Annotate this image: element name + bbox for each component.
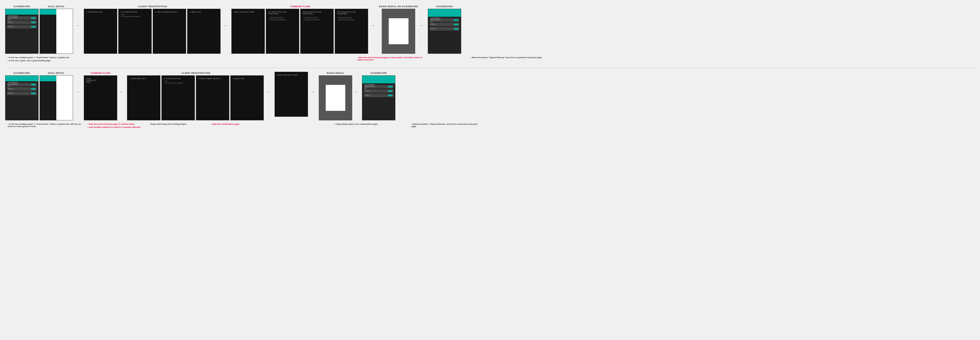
notes2-r1 <box>95 56 152 62</box>
goal2btn-final-r2[interactable] <box>388 90 393 92</box>
label-dashboard-r2: DASHBOARD <box>14 72 30 74</box>
dash-item-goal2-r1: GOAL 2 <box>7 21 37 24</box>
dash-content-final-r2: RETIREMENTINVESTMENTIRA GOAL 2 GOAL 3 <box>362 83 395 99</box>
goal2-text-r1: GOAL 2 <box>8 21 13 23</box>
note2-r2-1: • Add new Goal Checkout page to confirm … <box>88 123 144 125</box>
goal3btn-final-r2[interactable] <box>388 95 393 96</box>
goal2txt-final-r2: GOAL 2 <box>365 90 370 92</box>
row-2: DASHBOARD RETIREMENTINVESTMENTIRA GOAL 2 <box>5 72 975 120</box>
goal3-final-r1: GOAL 3 <box>430 27 460 30</box>
label-goaldetail-r1: GOAL DETAIL <box>48 5 65 8</box>
goal3txt-final-r1: GOAL 3 <box>431 28 436 30</box>
screen-checkout-r1: GOAL CHECKOUT PAGE <box>231 9 265 54</box>
notes2-r2: • Add new Goal Checkout page to confirm … <box>88 123 144 129</box>
notes3-r1: • Add new Goal Checkout page to select g… <box>357 56 424 62</box>
dash-content-r1: RETIREMENTINVESTMENTIRA GOAL 2 GOAL 3 <box>5 15 38 31</box>
note6-r2: • Make all buttons "Deposit Money" and l… <box>411 123 481 128</box>
note1-r2: • If she has multiple goals: 1 "Fund Goa… <box>8 123 82 128</box>
flow-item-dashboard-r1: DASHBOARD RETIREMENTINVESTMENTIRA GOAL 2 <box>5 5 38 54</box>
personalinfo-label-r2: 1. PERSONAL INFO <box>129 78 158 80</box>
group5-row2: ESIGN MODAL → <box>319 72 360 120</box>
label-dashfinal-r1: DASHBOARD <box>436 5 453 8</box>
flow-item-banklink-r2: 4. BANK LINK <box>230 75 264 120</box>
note1-r1-2: • If she has 1 goal, only 1 goal funding… <box>8 59 85 62</box>
goal3-text-r1: GOAL 3 <box>8 26 13 27</box>
row1-notes: • If she has multiple goals: 1 "Fund Goa… <box>5 56 975 62</box>
arrow2-r2: → <box>119 72 123 94</box>
goal2fund-label: 2ND SELECTED GOALFUND PAGE <box>302 11 331 15</box>
screen-dashfinal-r1: RETIREMENTINVESTMENTIRA GOAL 2 GOAL 3 <box>428 9 461 54</box>
screen-esign-r2 <box>319 75 352 120</box>
flow-item-checkout2-r2: GOAL CHECKOUT PAGE <box>275 72 308 117</box>
screen-goaldetail-r1 <box>40 9 73 54</box>
arrow4-r1: → <box>420 5 424 28</box>
label-fundingflow-r1: FUNDING FLOW <box>291 5 310 8</box>
notes1-r1: • If she has multiple goals: 1 "Fund Goa… <box>8 56 85 62</box>
goal5fund-label: 5TH SELECTED GOALFUND PAGE <box>337 11 366 15</box>
goal2txt-final-r1: GOAL 2 <box>431 23 436 25</box>
goal3-btnfinal-r1[interactable] <box>454 28 458 30</box>
goal1-btnfinal-r1[interactable] <box>454 19 458 21</box>
arrow1-r1: → <box>76 5 80 28</box>
note1-r1-1: • If she has multiple goals: 1 "Fund Goa… <box>8 56 85 59</box>
group2-row2: FUNDING FLOW GOALCHECKOUTPAGE → <box>84 72 124 120</box>
label-clientreg-r1: CLIENT REGISTRATION <box>138 5 167 8</box>
goal3btn-r2[interactable] <box>31 93 36 94</box>
dash-header-r2 <box>5 76 38 81</box>
screen-idverif-r2: 2. ID VERIFICATION - SSN - BECOMES FOLIO… <box>161 75 195 120</box>
personalinfo-label: 1. PERSONAL INFO <box>86 11 115 13</box>
group4-row1: ESIGN MODAL ON DASHBOARD → <box>379 5 425 54</box>
split-left-r2 <box>40 76 56 120</box>
screen-idverif-r1: 2. ID VERIFICATION - SSN - BECOMES FOLIO… <box>118 9 152 54</box>
goal1-final-r2: RETIREMENTINVESTMENTIRA <box>364 85 394 88</box>
note4-r2: • Add final confirmation page <box>211 123 257 125</box>
row-1: DASHBOARD RETIREMENTINVESTMENTIRA GOAL 2 <box>5 5 975 54</box>
group6-row2: DASHBOARD RETIREMENTINVESTMENTIRA GOAL 2 <box>362 72 395 120</box>
notes4-r1: • Make all buttons "Deposit Money" and l… <box>471 56 547 62</box>
goal1fund-sub2: - SCHEDULE TRANSFERS <box>268 19 297 21</box>
screen-goaldetail-r2 <box>40 75 73 120</box>
goal2-btn-r1[interactable] <box>31 22 36 23</box>
group3-row1: FUNDING FLOW GOAL CHECKOUT PAGE 1ST SELE… <box>231 5 376 54</box>
goal2fund-sub2: - SCHEDULE TRANSFERS <box>302 19 331 21</box>
goal1-btn-r1[interactable] <box>31 17 36 19</box>
goal3-btn-r1[interactable] <box>31 26 36 27</box>
label-dashboard-r1: DASHBOARD <box>14 5 30 8</box>
notes4-r2: • Add final confirmation page <box>211 123 257 129</box>
main-container: DASHBOARD RETIREMENTINVESTMENTIRA GOAL 2 <box>0 0 980 134</box>
flow-item-employment-r1: 3. EMPLOYMENT DETAILS <box>153 9 186 54</box>
dash-header-final-r2 <box>362 76 395 83</box>
goal1btn-final-r2[interactable] <box>388 86 393 88</box>
dash-content-final-r1: RETIREMENTINVESTMENTIRA GOAL 2 GOAL 3 <box>428 17 461 33</box>
flow-item-goaldetail-r1: GOAL DETAIL <box>40 5 73 54</box>
flow-item-dashboard-r2: DASHBOARD RETIREMENTINVESTMENTIRA GOAL 2 <box>5 72 38 120</box>
flow-item-goaldetail-r2: GOAL DETAIL <box>40 72 73 120</box>
screen-goal1fund-r1: 1ST SELECTED GOALFUND PAGE - CONFIRM DEP… <box>266 9 299 54</box>
split-goaldetail <box>40 9 73 54</box>
goal2btn-r2[interactable] <box>31 88 36 90</box>
label-esign-r1: ESIGN MODAL ON DASHBOARD <box>379 5 418 8</box>
goal2-btnfinal-r1[interactable] <box>454 24 458 25</box>
note4-r1: • Make all buttons "Deposit Money" and l… <box>471 56 547 59</box>
flow-item-idverif-r2: 2. ID VERIFICATION - SSN - BECOMES FOLIO… <box>161 75 195 120</box>
flow-item-banklink-r1: 4. BANK LINK <box>187 9 221 54</box>
dash-header-left-r1 <box>40 9 56 15</box>
screen-checkout2-r2: GOAL CHECKOUT PAGE <box>275 72 308 117</box>
idverif-sub1: - SSN <box>121 14 150 15</box>
idverif-sub2: - BECOMES FOLIO MEMBER <box>121 16 150 17</box>
goal1fund-sub1: - CONFIRM DEPOSITS <box>268 17 297 19</box>
label-fundingflow-r2: FUNDING FLOW <box>91 72 110 74</box>
goal1btn-r2[interactable] <box>31 84 36 85</box>
goal3txt-final-r2: GOAL 3 <box>365 94 370 96</box>
screen-banklink-r2: 4. BANK LINK <box>230 75 264 120</box>
goal1-r2: RETIREMENTINVESTMENTIRA <box>7 83 37 86</box>
goal2-final-r2: GOAL 2 <box>364 89 394 93</box>
flow-item-personalinfo-r1: 1. PERSONAL INFO <box>84 9 117 54</box>
idverif-label: 2. ID VERIFICATION <box>121 11 150 13</box>
arrow2-r1: → <box>223 5 227 28</box>
goal1-final-r1: RETIREMENTINVESTMENTIRA <box>430 18 460 22</box>
split-right-r2 <box>56 76 73 120</box>
goal2fund-sub1: - CONFIRM DEPOSITS <box>302 17 331 19</box>
dash-header-final-r1 <box>428 9 461 17</box>
arrow5-r2: → <box>354 72 358 94</box>
